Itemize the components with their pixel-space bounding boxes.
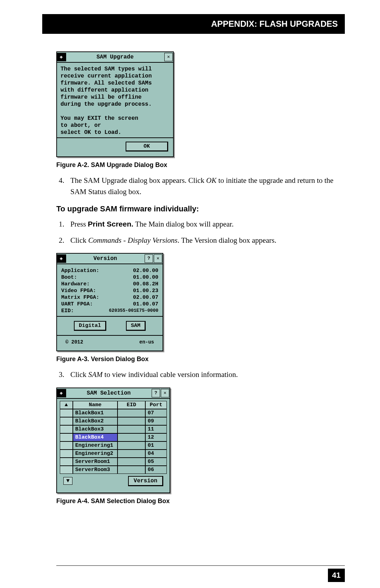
- version-button[interactable]: Version: [128, 476, 163, 486]
- row-name: BlackBox1: [73, 409, 118, 417]
- row-port: 07: [145, 409, 167, 417]
- version-row: UART FPGA:01.00.07: [61, 301, 158, 307]
- eid-row: EID:620355-001E75-0000: [61, 308, 158, 314]
- step-1: Press Print Screen. The Main dialog box …: [66, 218, 345, 230]
- table-row[interactable]: ServerRoom306: [60, 466, 167, 474]
- table-row[interactable]: BlackBox209: [60, 417, 167, 425]
- row-port: 12: [145, 433, 167, 441]
- dialog-button-row: OK: [57, 138, 173, 156]
- row-port: 05: [145, 458, 167, 466]
- figure-caption-a2: Figure A-2. SAM Upgrade Dialog Box: [56, 161, 345, 169]
- table-row[interactable]: Engineering204: [60, 450, 167, 458]
- row-port: 11: [145, 425, 167, 433]
- help-icon[interactable]: ?: [145, 254, 153, 263]
- row-eid: [118, 441, 145, 450]
- selection-rows: BlackBox107BlackBox209BlackBox311BlackBo…: [60, 409, 167, 474]
- row-eid: [118, 466, 145, 474]
- help-icon[interactable]: ?: [152, 389, 160, 397]
- dialog-titlebar: ◈ SAM Upgrade ✕: [57, 52, 173, 63]
- col-name-header[interactable]: Name: [73, 401, 118, 409]
- row-name: ServerRoom3: [73, 466, 118, 474]
- row-name: BlackBox4: [73, 433, 118, 441]
- dialog-titlebar: ◈ SAM Selection ? ✕: [57, 388, 170, 399]
- page-number: 41: [328, 569, 345, 582]
- col-port-header[interactable]: Port: [145, 401, 167, 409]
- dialog-titlebar: ◈ Version ? ✕: [57, 254, 163, 264]
- selection-header: ▲ Name EID Port: [60, 401, 167, 409]
- close-icon[interactable]: ✕: [154, 254, 162, 263]
- dialog-title: SAM Upgrade: [66, 52, 164, 62]
- row-name: BlackBox3: [73, 425, 118, 433]
- scroll-down-icon[interactable]: ▼: [63, 477, 72, 485]
- sam-emphasis: SAM: [88, 370, 103, 379]
- section-heading: To upgrade SAM firmware individually:: [56, 204, 345, 213]
- sam-selection-dialog: ◈ SAM Selection ? ✕ ▲ Name EID Port Blac…: [56, 388, 170, 493]
- row-port: 01: [145, 441, 167, 450]
- instruction-list-3: Click SAM to view individual cable versi…: [56, 369, 345, 380]
- version-footer: © 2012en-us: [61, 338, 158, 348]
- figure-caption-a3: Figure A-3. Version Dialog Box: [56, 355, 345, 363]
- row-port: 06: [145, 466, 167, 474]
- row-eid: [118, 417, 145, 425]
- close-icon[interactable]: ✕: [164, 53, 173, 61]
- page-footer: 41: [56, 565, 345, 582]
- header-bar: APPENDIX: FLASH UPGRADES: [42, 14, 345, 34]
- dialog-title: Version: [66, 254, 144, 264]
- table-row[interactable]: BlackBox107: [60, 409, 167, 417]
- version-row: Video FPGA:01.00.23: [61, 288, 158, 294]
- version-dialog: ◈ Version ? ✕ Application:02.00.00Boot:0…: [56, 253, 163, 351]
- version-button-row: DigitalSAM: [61, 319, 158, 333]
- step-3: Click SAM to view individual cable versi…: [66, 369, 345, 380]
- table-row[interactable]: BlackBox311: [60, 425, 167, 433]
- row-name: Engineering2: [73, 450, 118, 458]
- sam-upgrade-dialog: ◈ SAM Upgrade ✕ The selected SAM types w…: [56, 51, 174, 157]
- sort-toggle[interactable]: ▲: [60, 401, 73, 409]
- row-port: 04: [145, 450, 167, 458]
- close-icon[interactable]: ✕: [161, 389, 169, 397]
- commands-emphasis: Commands - Display Versions: [88, 236, 178, 245]
- table-row[interactable]: ServerRoom105: [60, 458, 167, 466]
- instruction-list-1: The SAM Upgrade dialog box appears. Clic…: [56, 175, 345, 197]
- system-menu-icon[interactable]: ◈: [57, 254, 66, 263]
- instruction-list-2: Press Print Screen. The Main dialog box …: [56, 218, 345, 246]
- row-eid: [118, 425, 145, 433]
- version-row: Matrix FPGA:02.00.07: [61, 295, 158, 301]
- row-name: ServerRoom1: [73, 458, 118, 466]
- selection-body: ▲ Name EID Port BlackBox107BlackBox209Bl…: [57, 399, 170, 493]
- col-eid-header[interactable]: EID: [118, 401, 145, 409]
- version-row: Boot:01.00.00: [61, 274, 158, 280]
- ok-emphasis: OK: [206, 176, 216, 185]
- row-eid: [118, 458, 145, 466]
- table-row[interactable]: BlackBox412: [60, 433, 167, 441]
- system-menu-icon[interactable]: ◈: [57, 53, 66, 61]
- row-eid: [118, 450, 145, 458]
- version-row: Application:02.00.00: [61, 268, 158, 274]
- row-name: Engineering1: [73, 441, 118, 450]
- row-eid: [118, 409, 145, 417]
- version-rows: Application:02.00.00Boot:01.00.00Hardwar…: [57, 264, 163, 351]
- row-name: BlackBox2: [73, 417, 118, 425]
- step-2: Click Commands - Display Versions. The V…: [66, 235, 345, 246]
- header-title: APPENDIX: FLASH UPGRADES: [211, 19, 338, 29]
- row-port: 09: [145, 417, 167, 425]
- dialog-title: SAM Selection: [66, 388, 151, 398]
- selection-footer: ▼ Version: [60, 474, 167, 490]
- page: APPENDIX: FLASH UPGRADES ◈ SAM Upgrade ✕…: [0, 0, 380, 588]
- sam-button[interactable]: SAM: [126, 321, 146, 331]
- ok-button[interactable]: OK: [126, 142, 168, 151]
- system-menu-icon[interactable]: ◈: [57, 389, 66, 397]
- version-row: Hardware:00.08.2H: [61, 281, 158, 287]
- figure-caption-a4: Figure A-4. SAM Selection Dialog Box: [56, 497, 345, 505]
- table-row[interactable]: Engineering101: [60, 441, 167, 450]
- print-screen-label: Print Screen.: [88, 220, 134, 228]
- row-eid: [118, 433, 145, 441]
- digital-button[interactable]: Digital: [74, 321, 106, 331]
- step-4: The SAM Upgrade dialog box appears. Clic…: [66, 175, 345, 197]
- dialog-body: The selected SAM types will receive curr…: [57, 63, 173, 137]
